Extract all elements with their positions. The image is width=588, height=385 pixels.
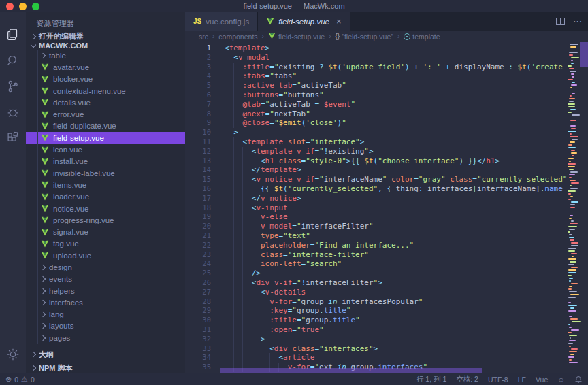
code-line-content[interactable]: type="text" <box>225 231 588 241</box>
code-line-content[interactable]: <div class="interfaces"> <box>225 344 588 354</box>
tab-field-setup-vue[interactable]: field-setup.vue × <box>258 12 350 31</box>
code-line-content[interactable]: :key="group.title" <box>225 306 588 316</box>
code-line-content[interactable]: :open="true" <box>225 325 588 335</box>
horizontal-scrollbar-thumb[interactable] <box>220 368 482 373</box>
indent-guide <box>233 90 234 100</box>
tree-item-items.vue[interactable]: items.vue <box>26 179 185 190</box>
code-line-content[interactable]: <v-modal <box>225 53 588 63</box>
tree-item-events[interactable]: events <box>26 273 185 285</box>
tree-item-field-setup.vue[interactable]: field-setup.vue <box>26 132 185 144</box>
tree-item-design[interactable]: design <box>26 261 185 273</box>
tree-item-lang[interactable]: lang <box>26 309 185 320</box>
code-line-content[interactable]: <v-notice v-if="interfaceName" color="gr… <box>225 175 588 184</box>
line-number: 12 <box>185 147 225 156</box>
tree-item-pages[interactable]: pages <box>26 332 185 344</box>
tree-item-loader.vue[interactable]: loader.vue <box>26 191 185 203</box>
code-line-content[interactable]: :title="existing ? $t('update_field') + … <box>225 63 588 72</box>
code-line-content[interactable]: v-else <box>225 212 588 222</box>
tree-item-blocker.vue[interactable]: blocker.vue <box>26 73 185 85</box>
tree-item-upload.vue[interactable]: upload.vue <box>26 250 185 261</box>
code-line-content[interactable]: > <box>225 128 588 137</box>
code-editor[interactable]: 1<template>2 <v-modal3 :title="existing … <box>185 42 588 373</box>
tree-item-signal.vue[interactable]: signal.vue <box>26 226 185 237</box>
explorer-icon[interactable] <box>0 22 26 48</box>
code-line-content[interactable]: <v-input <box>225 203 588 213</box>
code-line-content[interactable]: @next="nextTab" <box>225 110 588 119</box>
indentation-setting[interactable]: 空格: 2 <box>456 375 478 384</box>
debug-icon[interactable] <box>0 99 26 125</box>
code-line-content[interactable]: v-model="interfaceFilter" <box>225 222 588 231</box>
minimap-line <box>571 73 574 75</box>
cursor-position[interactable]: 行 1, 列 1 <box>416 375 446 384</box>
breadcrumb-item-components[interactable]: components <box>218 33 257 41</box>
code-line-content[interactable]: /> <box>225 269 588 278</box>
breadcrumb-item-file[interactable]: field-setup.vue <box>268 33 325 41</box>
tree-item-avatar.vue[interactable]: avatar.vue <box>26 61 185 73</box>
code-line-content[interactable]: :buttons="buttons" <box>225 90 588 100</box>
tree-item-invisible-label.vue[interactable]: invisible-label.vue <box>26 167 185 179</box>
split-editor-icon[interactable] <box>556 18 565 25</box>
minimap-line <box>570 125 576 127</box>
breadcrumb-item-namespace[interactable]: {} "field-setup.vue" <box>336 33 393 41</box>
open-editors-section[interactable]: 打开的编辑器 <box>26 31 185 41</box>
tree-item-tag.vue[interactable]: tag.vue <box>26 238 185 250</box>
code-line-content[interactable]: :tabs="tabs" <box>225 71 588 81</box>
encoding-setting[interactable]: UTF-8 <box>488 375 508 384</box>
code-line-content[interactable]: v-for="group in interfacesPopular" <box>225 297 588 307</box>
settings-gear-icon[interactable] <box>0 341 26 367</box>
tree-item-details.vue[interactable]: details.vue <box>26 97 185 108</box>
code-line-content[interactable]: {{ $t("currently_selected", { thing: int… <box>225 184 588 194</box>
language-mode[interactable]: Vue <box>536 375 548 384</box>
notifications-bell-icon[interactable] <box>574 375 583 384</box>
code-line-content[interactable]: <template slot="interface"> <box>225 137 588 147</box>
tree-item-install.vue[interactable]: install.vue <box>26 156 185 167</box>
code-line-content[interactable]: <template> <box>225 44 588 53</box>
code-line-content[interactable]: icon-left="search" <box>225 259 588 269</box>
search-icon[interactable] <box>0 48 26 73</box>
minimap[interactable] <box>567 42 588 373</box>
code-line-content[interactable]: <v-details <box>225 288 588 297</box>
tree-item-progress-ring.vue[interactable]: progress-ring.vue <box>26 214 185 226</box>
problems-warnings[interactable]: ⚠ 0 <box>21 375 35 384</box>
code-line-content[interactable]: :active-tab="activeTab" <box>225 81 588 90</box>
source-control-icon[interactable] <box>0 73 26 99</box>
code-line-content[interactable]: @tab="activeTab = $event" <box>225 100 588 110</box>
outline-section[interactable]: 大纲 <box>26 348 185 361</box>
tree-item-icon.vue[interactable]: icon.vue <box>26 144 185 155</box>
code-line-content[interactable]: <h1 class="style-0">{{ $t("choose_interf… <box>225 156 588 166</box>
workspace-root-section[interactable]: MACWK.COM <box>26 41 185 50</box>
breadcrumb-item-src[interactable]: src <box>199 33 208 41</box>
code-line-content[interactable]: <div v-if="!interfaceFilter"> <box>225 278 588 288</box>
code-line-content[interactable]: <article <box>225 353 588 363</box>
tab-vue-config-js[interactable]: JS vue.config.js <box>185 12 258 31</box>
tree-item-notice.vue[interactable]: notice.vue <box>26 203 185 214</box>
feedback-smiley-icon[interactable]: ☺ <box>557 375 565 384</box>
code-line-content[interactable]: placeholder="Find an interface..." <box>225 241 588 250</box>
tree-item-helpers[interactable]: helpers <box>26 285 185 297</box>
explorer-sidebar: 资源管理器 打开的编辑器 MACWK.COM tableavatar.vuebl… <box>26 12 185 373</box>
npm-scripts-section[interactable]: NPM 脚本 <box>26 361 185 373</box>
tree-item-contextual-menu.vue[interactable]: contextual-menu.vue <box>26 85 185 97</box>
line-number: 31 <box>185 325 225 335</box>
tree-item-error.vue[interactable]: error.vue <box>26 108 185 120</box>
minimap-line <box>570 196 572 197</box>
tree-item-layouts[interactable]: layouts <box>26 320 185 332</box>
tree-item-interfaces[interactable]: interfaces <box>26 297 185 308</box>
breadcrumb-item-template[interactable]: template <box>404 33 440 41</box>
more-actions-icon[interactable]: ⋯ <box>573 16 583 27</box>
code-line-content[interactable]: class="interface-filter" <box>225 250 588 260</box>
tree-item-table[interactable]: table <box>26 50 185 61</box>
code-line-content[interactable]: </template> <box>225 165 588 175</box>
tree-item-field-duplicate.vue[interactable]: field-duplicate.vue <box>26 120 185 132</box>
code-line-content[interactable]: :title="group.title" <box>225 316 588 325</box>
eol-setting[interactable]: LF <box>518 375 526 384</box>
code-line-content[interactable]: @close="$emit('close')" <box>225 118 588 128</box>
vertical-scrollbar-thumb[interactable] <box>580 42 588 67</box>
extensions-icon[interactable] <box>0 125 26 151</box>
code-line-content[interactable]: <template v-if="!existing"> <box>225 147 588 156</box>
code-line-content[interactable]: > <box>225 335 588 344</box>
minimap-line <box>572 139 578 140</box>
close-tab-icon[interactable]: × <box>336 17 342 26</box>
problems-errors[interactable]: ⊗ 0 <box>5 375 18 384</box>
code-line-content[interactable]: </v-notice> <box>225 194 588 203</box>
